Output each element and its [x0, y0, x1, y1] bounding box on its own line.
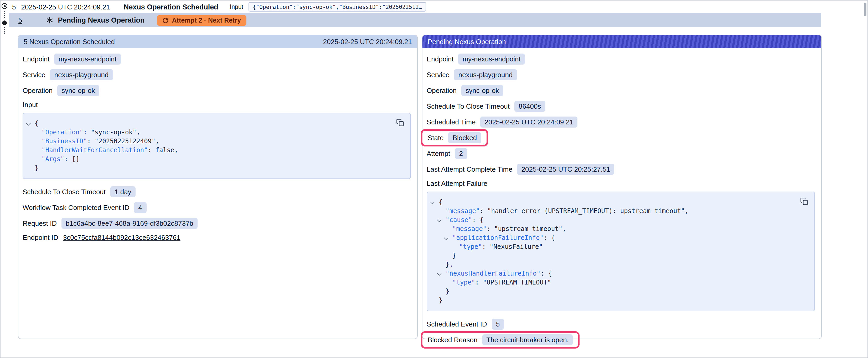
event-marker-icon [2, 3, 7, 9]
field-last-attempt-complete-time: Last Attempt Complete Time2025-02-25 UTC… [427, 164, 815, 175]
panel-title: 5 Nexus Operation Scheduled [24, 38, 115, 46]
field-value-chip: 1 day [110, 186, 135, 197]
failure-json-viewer: {"message": "handler error (UPSTREAM_TIM… [427, 192, 815, 311]
field-label: State [428, 134, 444, 142]
field-endpoint: Endpointmy-nexus-endpoint [23, 54, 411, 65]
field-schedule-to-close-timeout: Schedule To Close Timeout1 day [23, 186, 411, 197]
field-label: Request ID [23, 220, 57, 227]
code-line: "HandlerWaitForCancellation": false, [25, 146, 389, 155]
pending-asterisk-icon [46, 17, 53, 24]
field-value-chip: The circuit breaker is open. [482, 334, 573, 346]
pending-panel-header: Pending Nexus Operation [423, 35, 821, 48]
field-value-chip: 2025-02-25 UTC 20:25:27.51 [517, 164, 615, 175]
timeline-connector [4, 27, 5, 34]
event-timestamp: 2025-02-25 UTC 20:24:09.21 [21, 3, 110, 11]
panel-nexus-operation-scheduled: 5 Nexus Operation Scheduled 2025-02-25 U… [18, 35, 418, 339]
pending-panel-body: Endpointmy-nexus-endpointServicenexus-pl… [423, 48, 821, 349]
code-line: } [429, 252, 794, 260]
field-label: Last Attempt Complete Time [427, 165, 513, 173]
field-state: StateBlocked [427, 129, 815, 147]
field-operation: Operationsync-op-ok [427, 85, 815, 96]
event-id[interactable]: 5 [12, 3, 16, 11]
attempt-retry-label: Attempt 2 · Next Retry [172, 17, 241, 24]
field-request-id: Request IDb1c6a4bc-8ee7-468a-9169-df3b02… [23, 218, 411, 229]
field-value-chip: my-nexus-endpoint [459, 54, 525, 65]
field-scheduled-time: Scheduled Time2025-02-25 UTC 20:24:09.21 [427, 117, 815, 128]
collapse-chevron-icon[interactable] [437, 218, 442, 222]
failure-section-label: Last Attempt Failure [427, 180, 815, 187]
scheduled-panel-header: 5 Nexus Operation Scheduled 2025-02-25 U… [19, 35, 417, 48]
code-line: }, [429, 260, 794, 269]
field-value-link[interactable]: 3c0c75ccfa8144b092c13ce632463761 [63, 234, 181, 241]
scrollbar-thumb[interactable] [864, 3, 866, 16]
field-value-chip: 4 [134, 202, 146, 213]
current-event-dot [2, 21, 7, 25]
field-label: Scheduled Time [427, 118, 475, 126]
event-row-nexus-operation-scheduled[interactable]: 5 2025-02-25 UTC 20:24:09.21 Nexus Opera… [9, 1, 867, 13]
field-label: Service [23, 71, 45, 79]
code-line: "applicationFailureInfo": { [429, 234, 794, 242]
field-label: Operation [23, 87, 53, 95]
input-json-viewer: {"Operation": "sync-op-ok","BusinessID":… [23, 113, 411, 179]
field-label: Operation [427, 87, 457, 95]
panel-timestamp: 2025-02-25 UTC 20:24:09.21 [323, 38, 412, 46]
copy-button[interactable] [799, 196, 809, 206]
collapse-chevron-icon[interactable] [444, 236, 448, 240]
event-title: Nexus Operation Scheduled [124, 3, 218, 11]
page-scale-wrapper: 5 2025-02-25 UTC 20:24:09.21 Nexus Opera… [0, 0, 868, 358]
field-label: Schedule To Close Timeout [23, 188, 105, 196]
event-row-pending-nexus-operation[interactable]: 5 Pending Nexus Operation Attempt 2 · Ne… [9, 13, 821, 27]
code-line: "message": "upstream timeout", [429, 225, 794, 234]
field-label: Endpoint ID [23, 234, 58, 241]
field-value-chip: sync-op-ok [461, 85, 503, 96]
event-id-link[interactable]: 5 [19, 16, 22, 24]
event-history-detail-view: 5 2025-02-25 UTC 20:24:09.21 Nexus Opera… [0, 0, 868, 358]
code-line: { [429, 198, 794, 207]
field-value-chip: 86400s [515, 101, 545, 112]
field-operation: Operationsync-op-ok [23, 85, 411, 96]
field-label: Scheduled Event ID [427, 320, 487, 328]
field-value-chip: Blocked [448, 132, 481, 143]
collapse-chevron-icon[interactable] [26, 121, 31, 126]
code-line: "BusinessID": "20250225122409", [25, 137, 389, 146]
field-endpoint-id: Endpoint ID3c0c75ccfa8144b092c13ce632463… [23, 234, 411, 241]
field-label: Endpoint [427, 55, 454, 63]
copy-button[interactable] [395, 118, 405, 128]
code-line: "Operation": "sync-op-ok", [25, 128, 389, 137]
main-content: 5 2025-02-25 UTC 20:24:09.21 Nexus Opera… [9, 1, 867, 357]
code-line: } [25, 164, 389, 173]
code-line: "type": "UPSTREAM_TIMEOUT" [429, 278, 794, 287]
code-line: } [429, 287, 794, 296]
input-section-label: Input [23, 101, 411, 109]
attempt-retry-badge: Attempt 2 · Next Retry [157, 15, 246, 26]
field-endpoint: Endpointmy-nexus-endpoint [427, 54, 815, 65]
annotation-highlight: Blocked ReasonThe circuit breaker is ope… [421, 331, 580, 349]
field-value-chip: sync-op-ok [57, 85, 99, 96]
code-line: "type": "NexusFailure" [429, 242, 794, 252]
field-value-chip: 2025-02-25 UTC 20:24:09.21 [480, 117, 578, 128]
field-schedule-to-close-timeout: Schedule To Close Timeout86400s [427, 101, 815, 112]
field-value-chip: nexus-playground [50, 69, 113, 80]
code-line: "Args": [] [25, 155, 389, 164]
detail-panels: 5 Nexus Operation Scheduled 2025-02-25 U… [18, 35, 822, 339]
field-service: Servicenexus-playground [427, 69, 815, 80]
scheduled-panel-body: Endpointmy-nexus-endpointServicenexus-pl… [19, 48, 417, 241]
field-label: Schedule To Close Timeout [427, 102, 510, 110]
collapse-chevron-icon[interactable] [430, 200, 435, 204]
input-label: Input [230, 4, 243, 10]
collapse-chevron-icon[interactable] [437, 271, 442, 276]
field-workflow-task-completed-event-id: Workflow Task Completed Event ID4 [23, 202, 411, 213]
code-line: "cause": { [429, 216, 794, 225]
panel-title: Pending Nexus Operation [428, 38, 506, 46]
input-preview-chip: {"Operation":"sync-op-ok","BusinessID":"… [249, 2, 426, 11]
field-scheduled-event-id: Scheduled Event ID5 [427, 319, 815, 330]
field-label: Workflow Task Completed Event ID [23, 204, 129, 211]
field-label: Service [427, 71, 450, 79]
field-label: Endpoint [23, 55, 50, 63]
field-value-chip: b1c6a4bc-8ee7-468a-9169-df3b02c8737b [61, 218, 197, 229]
field-value-chip: 5 [492, 319, 504, 330]
annotation-highlight: StateBlocked [421, 129, 488, 147]
code-line: { [25, 119, 389, 128]
pending-event-title: Pending Nexus Operation [58, 16, 145, 24]
code-line: } [429, 296, 794, 305]
